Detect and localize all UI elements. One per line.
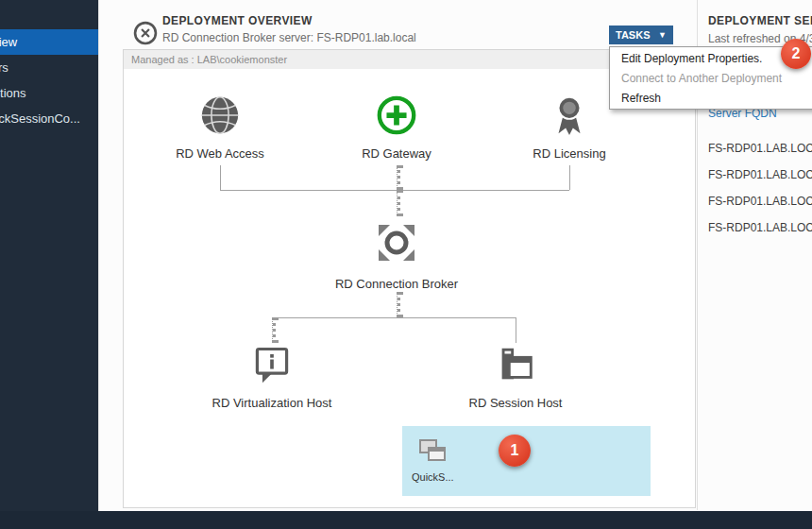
deployment-diagram: Managed as : LAB\cookiemonster RD Web Ac…	[123, 49, 696, 508]
session-host-server-icon	[494, 343, 537, 390]
info-bubble-icon	[251, 343, 293, 390]
server-manager-window: Overview Servers Collections QuickSessio…	[0, 0, 812, 529]
sidebar-item-label: QuickSessionCo...	[0, 106, 80, 131]
deployment-servers-title: DEPLOYMENT SERVERS	[708, 14, 812, 27]
server-row[interactable]: FS-RDP01.LAB.LOCAL	[708, 142, 812, 155]
sidebar-item-label: Collections	[0, 80, 26, 106]
server-row[interactable]: FS-RDP01.LAB.LOCAL	[708, 221, 812, 234]
collection-windows-icon	[417, 437, 449, 469]
connector-line	[569, 165, 570, 190]
deployment-overview-icon	[132, 20, 159, 46]
license-ribbon-icon	[548, 94, 591, 141]
node-rd-session-host[interactable]: RD Session Host	[440, 343, 591, 410]
connector-line	[272, 317, 276, 343]
tasks-button[interactable]: TASKS ▼	[609, 26, 673, 44]
annotation-step-2-badge: 2	[781, 39, 811, 69]
tasks-button-label: TASKS	[616, 29, 650, 41]
sidebar-item-overview[interactable]: Overview	[0, 29, 98, 55]
globe-icon	[198, 94, 242, 141]
rds-sidebar: Overview Servers Collections QuickSessio…	[0, 0, 98, 529]
connector-line	[220, 190, 569, 191]
sidebar-item-collections[interactable]: Collections	[0, 80, 98, 106]
connector-line	[220, 165, 221, 190]
server-row[interactable]: FS-RDP01.LAB.LOCAL	[708, 168, 812, 181]
node-rd-virtualization-host[interactable]: RD Virtualization Host	[196, 343, 347, 410]
connector-line	[397, 165, 400, 190]
node-label: RD Session Host	[440, 396, 591, 410]
connector-line	[272, 317, 516, 318]
connector-line	[397, 190, 400, 216]
menu-item-connect-to-another-deployment: Connect to Another Deployment	[610, 69, 812, 89]
annotation-step-1-badge: 1	[499, 435, 531, 467]
taskbar	[0, 511, 812, 529]
node-label: RD Licensing	[494, 146, 645, 161]
sidebar-item-servers[interactable]: Servers	[0, 55, 98, 80]
collection-name-label: QuickS...	[412, 471, 454, 483]
add-role-plus-icon	[375, 94, 418, 141]
chevron-down-icon: ▼	[658, 30, 667, 40]
connector-line	[397, 292, 400, 317]
menu-item-refresh[interactable]: Refresh	[610, 89, 812, 109]
broker-server-subtitle: RD Connection Broker server: FS-RDP01.la…	[162, 31, 416, 44]
page-title: DEPLOYMENT OVERVIEW	[162, 14, 313, 27]
node-label: RD Virtualization Host	[196, 396, 347, 410]
node-label: RD Gateway	[321, 146, 472, 161]
node-rd-connection-broker[interactable]: RD Connection Broker	[321, 218, 472, 291]
server-row[interactable]: FS-RDP01.LAB.LOCAL	[708, 195, 812, 208]
sidebar-item-quicksessioncollection[interactable]: QuickSessionCo...	[0, 106, 98, 131]
sidebar-item-label: Servers	[0, 55, 8, 80]
connector-line	[516, 317, 516, 343]
node-label: RD Web Access	[144, 146, 296, 161]
node-rd-gateway[interactable]: RD Gateway	[321, 94, 472, 161]
node-rd-web-access[interactable]: RD Web Access	[144, 94, 296, 161]
node-label: RD Connection Broker	[321, 277, 472, 291]
connection-broker-icon	[372, 218, 421, 271]
sidebar-item-label: Overview	[0, 29, 17, 55]
